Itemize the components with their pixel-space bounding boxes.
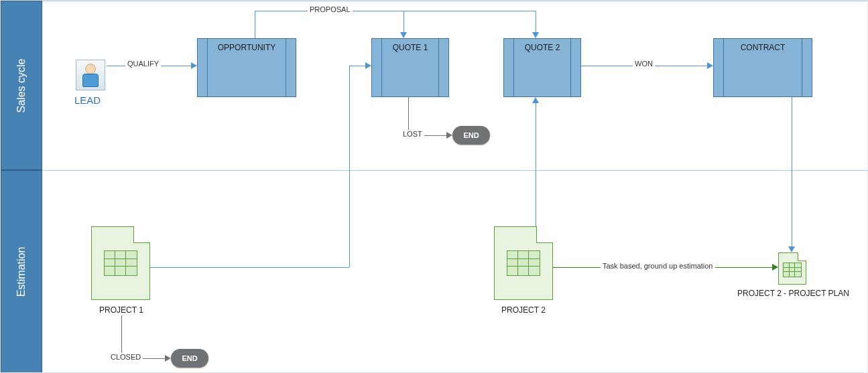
node-opportunity: OPPORTUNITY (197, 38, 296, 97)
node-end-lost: END (452, 126, 490, 145)
node-lead-label: LEAD (74, 94, 101, 106)
node-opportunity-label: OPPORTUNITY (198, 43, 296, 52)
node-quote2-label: QUOTE 2 (504, 43, 580, 52)
node-project1-label: PROJECT 1 (81, 305, 162, 315)
node-contract: CONTRACT (713, 38, 812, 97)
node-end-lost-label: END (463, 131, 479, 139)
lane-estimation-title: Estimation (15, 247, 27, 297)
swimlane-diagram: Sales cycle Estimation LEAD OPPORTUNITY … (0, 0, 868, 373)
node-end-closed: END (171, 349, 208, 368)
lane-estimation-header: Estimation (1, 170, 42, 373)
edge-closed-label: CLOSED (109, 353, 143, 361)
edge-taskbased-arrow (772, 264, 778, 271)
node-quote1: QUOTE 1 (371, 38, 449, 97)
edge-qualify-arrow (191, 62, 197, 69)
edge-qualify-label: QUALIFY (125, 60, 161, 68)
edge-won-arrow (707, 62, 713, 69)
edge-contract-to-plan-arrow (788, 246, 795, 252)
node-project2-label: PROJECT 2 (483, 305, 564, 315)
edge-closed-arrow (165, 355, 171, 362)
node-project1-icon (91, 226, 150, 300)
lane-sales-header: Sales cycle (1, 1, 42, 170)
node-end-closed-label: END (182, 354, 197, 362)
edge-lost-arrow (446, 132, 452, 139)
edge-project2-to-quote2-arrow (532, 97, 539, 103)
node-project2-icon (494, 226, 553, 300)
node-project2plan-icon (778, 252, 806, 285)
lane-sales-title: Sales cycle (15, 58, 27, 113)
node-contract-label: CONTRACT (714, 43, 812, 52)
node-project2plan-label: PROJECT 2 - PROJECT PLAN (735, 289, 852, 298)
edge-lost-label: LOST (401, 130, 424, 138)
node-quote1-label: QUOTE 1 (372, 43, 448, 52)
edge-taskbased-label: Task based, ground up estimation (601, 262, 715, 270)
node-quote2: QUOTE 2 (503, 38, 581, 97)
lead-actor-icon (76, 60, 105, 90)
edge-won-label: WON (633, 60, 655, 68)
edge-proposal-label: PROPOSAL (308, 5, 353, 13)
edge-project1-to-quote1-arrow (365, 62, 371, 69)
